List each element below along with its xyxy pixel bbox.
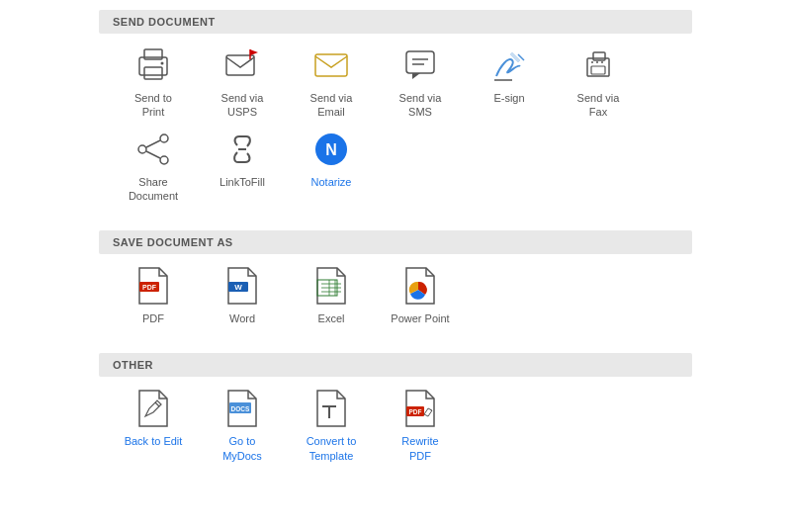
save-pdf-item[interactable]: PDF PDF xyxy=(109,264,198,325)
notarize-label: Notarize xyxy=(311,175,352,189)
svg-rect-6 xyxy=(315,54,347,76)
save-excel-label: Excel xyxy=(318,311,345,325)
save-excel-icon xyxy=(309,264,353,308)
send-via-email-icon xyxy=(309,44,353,87)
save-word-label: Word xyxy=(229,311,255,325)
svg-point-3 xyxy=(161,62,164,65)
share-document-label: ShareDocument xyxy=(129,175,178,204)
rewrite-pdf-label: RewritePDF xyxy=(401,434,438,463)
send-to-print-icon xyxy=(132,44,175,87)
go-to-mydocs-label: Go toMyDocs xyxy=(222,434,262,463)
notarize-icon: N xyxy=(309,128,353,171)
back-to-edit-item[interactable]: Back to Edit xyxy=(109,387,198,463)
go-to-mydocs-item[interactable]: DOCS Go toMyDocs xyxy=(198,387,287,463)
send-via-email-item[interactable]: Send viaEmail xyxy=(287,44,376,120)
save-pdf-icon: PDF xyxy=(132,264,175,308)
other-grid: Back to Edit DOCS Go toMyDocs xyxy=(99,387,692,481)
send-via-fax-icon xyxy=(576,44,620,87)
send-to-print-label: Send toPrint xyxy=(134,91,172,120)
svg-point-20 xyxy=(160,156,168,164)
share-document-icon xyxy=(132,128,175,171)
svg-line-22 xyxy=(146,151,160,158)
rewrite-pdf-icon: PDF xyxy=(398,387,442,430)
svg-text:PDF: PDF xyxy=(409,408,422,415)
convert-to-template-label: Convert toTemplate xyxy=(307,434,357,463)
save-document-as-header: SAVE DOCUMENT AS xyxy=(99,230,692,254)
save-powerpoint-icon xyxy=(398,264,442,308)
send-via-email-label: Send viaEmail xyxy=(310,91,353,120)
e-sign-icon xyxy=(487,44,531,87)
svg-text:PDF: PDF xyxy=(142,284,157,291)
svg-line-21 xyxy=(146,140,160,147)
send-via-usps-item[interactable]: Send viaUSPS xyxy=(198,44,287,120)
rewrite-pdf-item[interactable]: PDF RewritePDF xyxy=(376,387,465,463)
svg-point-19 xyxy=(138,145,146,153)
other-header: OTHER xyxy=(99,353,692,377)
convert-to-template-item[interactable]: Convert toTemplate xyxy=(287,387,376,463)
save-document-as-section: SAVE DOCUMENT AS PDF PDF xyxy=(99,230,692,343)
save-powerpoint-label: Power Point xyxy=(391,311,449,325)
save-powerpoint-item[interactable]: Power Point xyxy=(376,264,465,325)
svg-text:N: N xyxy=(325,141,337,158)
save-word-item[interactable]: W Word xyxy=(198,264,287,325)
svg-rect-14 xyxy=(591,66,605,74)
save-document-as-grid: PDF PDF W Word xyxy=(99,264,692,343)
svg-text:W: W xyxy=(234,283,242,292)
back-to-edit-label: Back to Edit xyxy=(125,434,183,448)
page-wrapper: SEND DOCUMENT Send toPrint xyxy=(0,0,791,500)
svg-point-18 xyxy=(160,134,168,142)
svg-text:DOCS: DOCS xyxy=(231,405,250,412)
other-section: OTHER Back to Edit xyxy=(99,353,692,481)
e-sign-item[interactable]: E-sign xyxy=(465,44,554,120)
back-to-edit-icon xyxy=(132,387,175,430)
share-document-item[interactable]: ShareDocument xyxy=(109,128,198,204)
send-document-header: SEND DOCUMENT xyxy=(99,10,692,34)
send-via-sms-icon xyxy=(398,44,442,87)
svg-rect-7 xyxy=(406,51,434,73)
send-via-sms-label: Send viaSMS xyxy=(399,91,442,120)
save-word-icon: W xyxy=(220,264,264,308)
send-via-sms-item[interactable]: Send viaSMS xyxy=(376,44,465,120)
send-via-usps-icon xyxy=(220,44,264,87)
svg-rect-13 xyxy=(593,52,605,60)
link-to-fill-label: LinkToFill xyxy=(220,175,265,189)
send-document-section: SEND DOCUMENT Send toPrint xyxy=(99,10,692,221)
send-via-usps-label: Send viaUSPS xyxy=(221,91,264,120)
link-to-fill-icon xyxy=(220,128,264,171)
link-to-fill-item[interactable]: LinkToFill xyxy=(198,128,287,204)
send-via-fax-label: Send viaFax xyxy=(577,91,620,120)
save-pdf-label: PDF xyxy=(142,311,164,325)
send-to-print-item[interactable]: Send toPrint xyxy=(109,44,198,120)
convert-to-template-icon xyxy=(309,387,353,430)
save-excel-item[interactable]: Excel xyxy=(287,264,376,325)
svg-rect-1 xyxy=(144,67,162,79)
e-sign-label: E-sign xyxy=(493,91,524,105)
notarize-item[interactable]: N Notarize xyxy=(287,128,376,204)
svg-line-37 xyxy=(155,402,159,406)
go-to-mydocs-icon: DOCS xyxy=(220,387,264,430)
send-via-fax-item[interactable]: Send viaFax xyxy=(554,44,643,120)
send-document-grid: Send toPrint Send viaUSPS xyxy=(99,44,692,221)
